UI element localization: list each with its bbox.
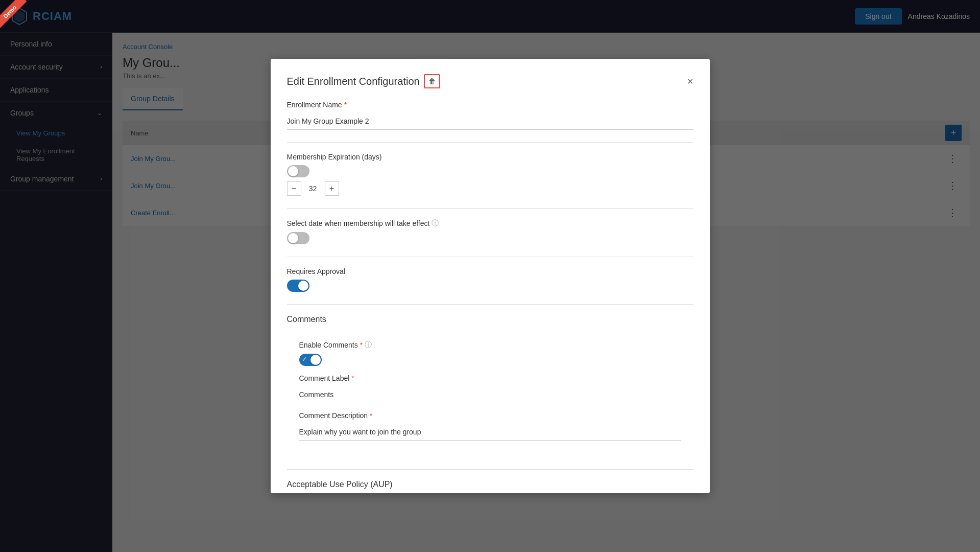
toggle-knob-approval	[298, 281, 308, 291]
toggle-knob-date	[288, 233, 298, 243]
enable-comments-info-icon: ⓘ	[365, 340, 372, 350]
modal-header: Edit Enrollment Configuration 🗑 ×	[287, 74, 694, 88]
aup-section: Acceptable Use Policy (AUP) URL *	[287, 480, 694, 493]
stepper-increment-button[interactable]: +	[325, 181, 339, 196]
comment-description-field: Comment Description *	[299, 411, 681, 441]
modal-overlay: Edit Enrollment Configuration 🗑 × Enroll…	[0, 0, 980, 552]
comments-section-header: Comments	[287, 315, 694, 324]
comment-label-label: Comment Label *	[299, 374, 681, 382]
close-modal-button[interactable]: ×	[687, 76, 694, 87]
select-date-label: Select date when membership will take ef…	[287, 219, 694, 228]
enrollment-name-section: Enrollment Name *	[287, 101, 694, 130]
enable-comments-field: Enable Comments * ⓘ ✓	[299, 340, 681, 366]
select-date-section: Select date when membership will take ef…	[287, 219, 694, 244]
enrollment-name-input[interactable]	[287, 113, 694, 130]
comments-nested: Enable Comments * ⓘ ✓ Comment Label *	[287, 332, 694, 457]
modal-title: Edit Enrollment Configuration 🗑	[287, 74, 440, 88]
stepper-decrement-button[interactable]: −	[287, 181, 301, 196]
requires-approval-toggle[interactable]	[287, 280, 309, 292]
toggle-knob-comments	[310, 355, 321, 365]
info-icon: ⓘ	[432, 219, 439, 228]
delete-enrollment-button[interactable]: 🗑	[424, 74, 440, 88]
enable-comments-toggle[interactable]: ✓	[299, 354, 322, 366]
requires-approval-label: Requires Approval	[287, 267, 694, 275]
enrollment-name-label: Enrollment Name *	[287, 101, 694, 109]
comments-section: Comments Enable Comments * ⓘ ✓	[287, 315, 694, 457]
enable-comments-label: Enable Comments * ⓘ	[299, 340, 681, 350]
aup-section-header: Acceptable Use Policy (AUP)	[287, 480, 694, 489]
comment-description-input[interactable]	[299, 424, 681, 441]
stepper-value: 32	[305, 185, 321, 193]
membership-expiration-label: Membership Expiration (days)	[287, 153, 694, 161]
demo-ribbon	[0, 0, 36, 36]
membership-expiration-toggle-wrapper	[287, 165, 694, 177]
comment-label-field: Comment Label *	[299, 374, 681, 403]
membership-expiration-toggle[interactable]	[287, 165, 309, 177]
comment-description-label: Comment Description *	[299, 411, 681, 420]
toggle-knob	[288, 166, 298, 176]
select-date-toggle[interactable]	[287, 232, 309, 244]
edit-enrollment-modal: Edit Enrollment Configuration 🗑 × Enroll…	[271, 59, 710, 493]
membership-expiration-section: Membership Expiration (days) − 32 +	[287, 153, 694, 196]
comment-label-input[interactable]	[299, 386, 681, 403]
requires-approval-section: Requires Approval	[287, 267, 694, 292]
membership-expiration-stepper: − 32 +	[287, 181, 694, 196]
